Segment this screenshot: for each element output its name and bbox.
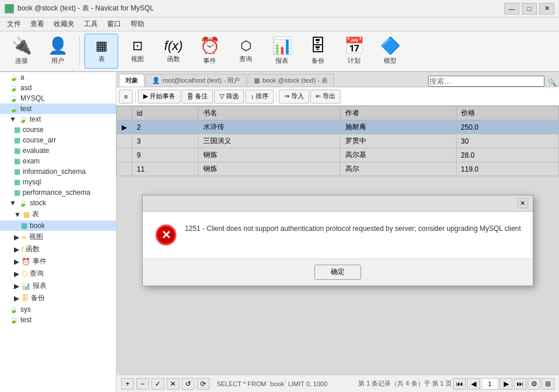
tab-table-view[interactable]: ▦ book @stock (text) - 表 (247, 74, 334, 87)
model-label: 模型 (384, 56, 397, 65)
maximize-button[interactable]: □ (522, 3, 537, 15)
tool-event[interactable]: ⏰ 事件 (193, 34, 227, 69)
settings-button[interactable]: ⚙ (528, 378, 540, 390)
function-label: 函数 (167, 55, 180, 63)
tool-view[interactable]: ⊡ 视图 (121, 34, 154, 69)
table-icon: ▦ (14, 178, 20, 186)
tool-model[interactable]: 🔷 模型 (373, 34, 407, 69)
plan-label: 计划 (348, 56, 360, 65)
confirm-button[interactable]: ✓ (151, 378, 164, 390)
tab-table-label: book @stock (text) - 表 (262, 76, 328, 85)
search-icon[interactable]: 🔍 (548, 79, 557, 87)
sidebar-item-sys[interactable]: 🍃 sys (0, 304, 116, 315)
sort-btn[interactable]: ↕ 排序 (245, 90, 274, 104)
backup-label: 备份 (312, 56, 324, 65)
tool-query[interactable]: ⬡ 查询 (229, 34, 263, 69)
expand-arrow: ▶ (14, 270, 19, 278)
sidebar-item-queries-group[interactable]: ▶ ⬡ 查询 (0, 268, 116, 280)
grid-view-button[interactable]: ⊞ (542, 378, 554, 390)
next-page-button[interactable]: ▶ (500, 378, 512, 390)
menu-favorites[interactable]: 收藏夹 (49, 18, 79, 30)
sidebar-item-tables-group[interactable]: ▼ ▦ 表 (0, 208, 116, 220)
sidebar-item-course[interactable]: ▦ course (0, 124, 116, 135)
cancel-edit-button[interactable]: ✕ (167, 378, 179, 390)
close-button[interactable]: ✕ (539, 3, 554, 15)
sidebar-item-text[interactable]: ▼ 🍃 text (0, 114, 116, 124)
expand-arrow: ▶ (14, 233, 19, 241)
reload-button[interactable]: ⟳ (197, 378, 210, 390)
prev-page-button[interactable]: ◀ (467, 378, 480, 390)
content-area: 对象 👤 root@localhost (text) - 用户 ▦ book @… (116, 72, 559, 392)
tab-bar: 对象 👤 root@localhost (text) - 用户 ▦ book @… (116, 72, 559, 87)
export-btn[interactable]: ⇐ 导出 (310, 90, 341, 104)
menu-btn[interactable]: ≡ (119, 90, 133, 104)
sidebar-item-reports-group[interactable]: ▶ 📊 报表 (0, 280, 116, 292)
begin-transaction-btn[interactable]: ▶ 开始事务 (138, 90, 181, 104)
menu-tools[interactable]: 工具 (79, 18, 102, 30)
tool-user[interactable]: 👤 用户 (41, 34, 75, 69)
filter-btn[interactable]: ▽ 筛选 (214, 90, 244, 104)
backup-icon: 🗄 (310, 38, 326, 54)
sidebar-item-performance-schema[interactable]: ▦ performance_schema (0, 187, 116, 198)
page-number-input[interactable] (481, 378, 498, 390)
event-icon: ⏰ (200, 38, 220, 54)
sidebar-item-stock[interactable]: ▼ 🍃 stock (0, 198, 116, 208)
tool-function[interactable]: f(x) 函数 (157, 34, 190, 69)
refresh-button[interactable]: ↺ (182, 378, 194, 390)
modal-ok-button[interactable]: 确定 (314, 265, 361, 280)
menu-window[interactable]: 窗口 (102, 18, 126, 30)
minimize-button[interactable]: — (504, 3, 519, 15)
expand-arrow: ▶ (14, 245, 19, 254)
tool-backup[interactable]: 🗄 备份 (301, 34, 335, 69)
sidebar-item-information-schema[interactable]: ▦ information_schema (0, 166, 116, 177)
sidebar-item-label: information_schema (23, 168, 86, 176)
tab-connection[interactable]: 👤 root@localhost (text) - 用户 (146, 74, 246, 87)
window-controls: — □ ✕ (504, 3, 554, 15)
sidebar-item-test[interactable]: 🍃 test (0, 104, 116, 114)
tool-report[interactable]: 📊 报表 (265, 34, 299, 69)
table-icon: ▦ (14, 157, 20, 165)
import-btn[interactable]: ⇒ 导入 (279, 90, 309, 104)
last-page-button[interactable]: ⏭ (514, 378, 526, 390)
sidebar-item-mysql-db[interactable]: ▦ mysql (0, 177, 116, 187)
table-icon: ▦ (14, 126, 20, 134)
db-icon: 🍃 (19, 199, 27, 207)
sidebar-item-label: test (20, 316, 31, 324)
tool-connect[interactable]: 🔌 连接 (5, 34, 38, 69)
sidebar-item-exam[interactable]: ▦ exam (0, 156, 116, 166)
error-circle: ✕ (155, 224, 176, 245)
page-status: 第 1 条记录（共 4 条）于 第 1 页 (358, 379, 452, 388)
sidebar-item-course-arr[interactable]: ▦ course_arr (0, 135, 116, 145)
tab-objects[interactable]: 对象 (119, 74, 144, 87)
sidebar-item-mysql[interactable]: 🍃 MYSQL (0, 93, 116, 104)
menu-file[interactable]: 文件 (2, 18, 26, 30)
sidebar-item-label: exam (23, 157, 40, 165)
sidebar-item-a[interactable]: 🍃 a (0, 72, 116, 83)
tab-objects-label: 对象 (125, 76, 138, 85)
sidebar-item-label: test (20, 105, 31, 113)
tab-search-input[interactable] (428, 76, 544, 87)
table-tab-icon: ▦ (254, 77, 260, 84)
delete-row-button[interactable]: − (136, 378, 149, 390)
sidebar-item-views-group[interactable]: ▶ ∞ 视图 (0, 231, 116, 243)
menu-help[interactable]: 帮助 (126, 18, 149, 30)
add-row-button[interactable]: + (121, 378, 134, 390)
tool-plan[interactable]: 📅 计划 (337, 34, 371, 69)
table-icon: ▦ (95, 40, 108, 52)
backup-note-btn[interactable]: 🗄 备注 (182, 90, 213, 104)
sidebar-item-evaluate[interactable]: ▦ evaluate (0, 145, 116, 156)
modal-close-button[interactable]: ✕ (518, 198, 528, 208)
export-label: 导出 (323, 92, 335, 101)
sidebar-item-test2[interactable]: 🍃 test (0, 315, 116, 325)
sidebar-item-backup-group[interactable]: ▶ 🗄 备份 (0, 292, 116, 304)
modal-message: 1251 - Client does not support authentic… (185, 223, 521, 234)
modal-body: ✕ 1251 - Client does not support authent… (143, 212, 532, 258)
sidebar-item-asd[interactable]: 🍃 asd (0, 83, 116, 93)
menu-view[interactable]: 查看 (26, 18, 49, 30)
tool-table[interactable]: ▦ 表 (84, 34, 118, 69)
sidebar-item-functions-group[interactable]: ▶ f 函数 (0, 243, 116, 255)
sidebar-item-events-group[interactable]: ▶ ⏰ 事件 (0, 255, 116, 268)
first-page-button[interactable]: ⏮ (453, 378, 466, 390)
sidebar-item-book[interactable]: ▦ book (0, 220, 116, 231)
db-icon: 🍃 (9, 94, 18, 102)
